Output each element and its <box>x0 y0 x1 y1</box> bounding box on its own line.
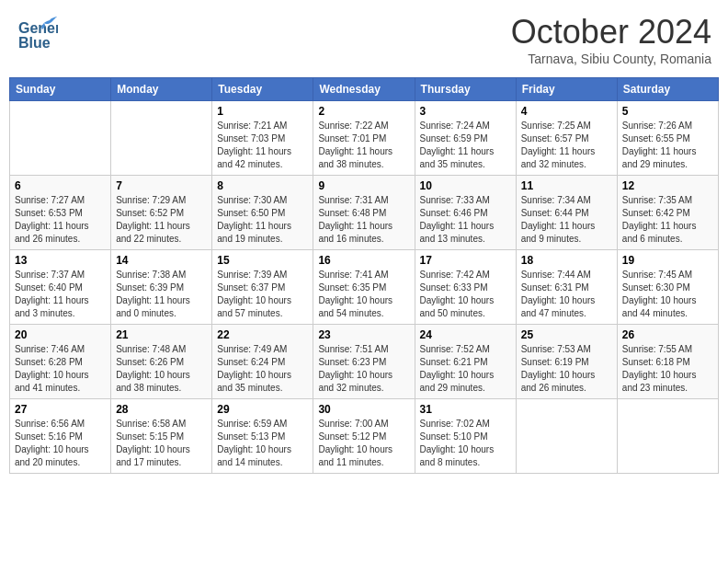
col-header-monday: Monday <box>111 78 212 101</box>
day-number: 27 <box>15 403 106 416</box>
svg-text:General: General <box>18 20 58 36</box>
day-number: 1 <box>217 105 308 118</box>
day-info: Sunrise: 7:52 AM Sunset: 6:21 PM Dayligh… <box>420 343 511 395</box>
calendar-cell: 9Sunrise: 7:31 AM Sunset: 6:48 PM Daylig… <box>313 176 415 250</box>
calendar-cell: 2Sunrise: 7:22 AM Sunset: 7:01 PM Daylig… <box>313 101 415 176</box>
day-number: 13 <box>15 254 106 267</box>
day-info: Sunrise: 7:51 AM Sunset: 6:23 PM Dayligh… <box>318 343 409 395</box>
day-number: 23 <box>318 328 409 341</box>
calendar-cell: 19Sunrise: 7:45 AM Sunset: 6:30 PM Dayli… <box>617 250 718 325</box>
calendar-cell: 25Sunrise: 7:53 AM Sunset: 6:19 PM Dayli… <box>516 325 617 399</box>
day-number: 11 <box>521 179 612 192</box>
logo-icon: General Blue <box>17 13 58 54</box>
calendar-cell: 16Sunrise: 7:41 AM Sunset: 6:35 PM Dayli… <box>313 250 415 325</box>
day-info: Sunrise: 7:45 AM Sunset: 6:30 PM Dayligh… <box>622 269 713 320</box>
day-number: 26 <box>622 328 713 341</box>
day-info: Sunrise: 7:39 AM Sunset: 6:37 PM Dayligh… <box>217 269 308 320</box>
calendar-cell: 17Sunrise: 7:42 AM Sunset: 6:33 PM Dayli… <box>415 250 516 325</box>
day-info: Sunrise: 7:48 AM Sunset: 6:26 PM Dayligh… <box>116 343 207 395</box>
calendar-cell: 22Sunrise: 7:49 AM Sunset: 6:24 PM Dayli… <box>212 325 313 399</box>
calendar-cell: 6Sunrise: 7:27 AM Sunset: 6:53 PM Daylig… <box>10 176 111 250</box>
calendar-cell <box>516 399 617 474</box>
calendar-cell: 4Sunrise: 7:25 AM Sunset: 6:57 PM Daylig… <box>516 101 617 176</box>
day-info: Sunrise: 6:58 AM Sunset: 5:15 PM Dayligh… <box>116 418 207 469</box>
day-number: 19 <box>622 254 713 267</box>
calendar-cell: 12Sunrise: 7:35 AM Sunset: 6:42 PM Dayli… <box>617 176 718 250</box>
calendar-week-3: 13Sunrise: 7:37 AM Sunset: 6:40 PM Dayli… <box>10 250 719 325</box>
calendar-week-2: 6Sunrise: 7:27 AM Sunset: 6:53 PM Daylig… <box>10 176 719 250</box>
calendar-cell: 14Sunrise: 7:38 AM Sunset: 6:39 PM Dayli… <box>111 250 212 325</box>
day-number: 4 <box>521 105 612 118</box>
day-info: Sunrise: 7:27 AM Sunset: 6:53 PM Dayligh… <box>15 194 106 246</box>
day-info: Sunrise: 7:37 AM Sunset: 6:40 PM Dayligh… <box>15 269 106 320</box>
logo: General Blue <box>17 13 58 58</box>
day-number: 30 <box>318 403 409 416</box>
calendar-cell <box>111 101 212 176</box>
col-header-wednesday: Wednesday <box>313 78 415 101</box>
calendar-cell: 18Sunrise: 7:44 AM Sunset: 6:31 PM Dayli… <box>516 250 617 325</box>
calendar-table: SundayMondayTuesdayWednesdayThursdayFrid… <box>9 77 719 474</box>
month-title: October 2024 <box>511 13 711 52</box>
day-number: 6 <box>15 179 106 192</box>
day-info: Sunrise: 7:49 AM Sunset: 6:24 PM Dayligh… <box>217 343 308 395</box>
calendar-header-row: SundayMondayTuesdayWednesdayThursdayFrid… <box>10 78 719 101</box>
day-info: Sunrise: 7:21 AM Sunset: 7:03 PM Dayligh… <box>217 120 308 171</box>
calendar-cell: 30Sunrise: 7:00 AM Sunset: 5:12 PM Dayli… <box>313 399 415 474</box>
day-info: Sunrise: 7:41 AM Sunset: 6:35 PM Dayligh… <box>318 269 409 320</box>
day-number: 8 <box>217 179 308 192</box>
calendar-cell: 21Sunrise: 7:48 AM Sunset: 6:26 PM Dayli… <box>111 325 212 399</box>
calendar-cell: 1Sunrise: 7:21 AM Sunset: 7:03 PM Daylig… <box>212 101 313 176</box>
day-info: Sunrise: 7:44 AM Sunset: 6:31 PM Dayligh… <box>521 269 612 320</box>
day-number: 25 <box>521 328 612 341</box>
day-info: Sunrise: 7:02 AM Sunset: 5:10 PM Dayligh… <box>420 418 511 469</box>
day-number: 3 <box>420 105 511 118</box>
day-info: Sunrise: 7:53 AM Sunset: 6:19 PM Dayligh… <box>521 343 612 395</box>
day-info: Sunrise: 7:24 AM Sunset: 6:59 PM Dayligh… <box>420 120 511 171</box>
col-header-tuesday: Tuesday <box>212 78 313 101</box>
calendar-week-4: 20Sunrise: 7:46 AM Sunset: 6:28 PM Dayli… <box>10 325 719 399</box>
day-info: Sunrise: 7:00 AM Sunset: 5:12 PM Dayligh… <box>318 418 409 469</box>
day-number: 18 <box>521 254 612 267</box>
day-number: 15 <box>217 254 308 267</box>
day-info: Sunrise: 7:33 AM Sunset: 6:46 PM Dayligh… <box>420 194 511 246</box>
day-info: Sunrise: 6:59 AM Sunset: 5:13 PM Dayligh… <box>217 418 308 469</box>
col-header-saturday: Saturday <box>617 78 718 101</box>
calendar-cell: 27Sunrise: 6:56 AM Sunset: 5:16 PM Dayli… <box>10 399 111 474</box>
calendar-cell: 7Sunrise: 7:29 AM Sunset: 6:52 PM Daylig… <box>111 176 212 250</box>
col-header-thursday: Thursday <box>415 78 516 101</box>
svg-text:Blue: Blue <box>18 35 51 51</box>
day-number: 28 <box>116 403 207 416</box>
day-info: Sunrise: 7:31 AM Sunset: 6:48 PM Dayligh… <box>318 194 409 246</box>
calendar-cell: 11Sunrise: 7:34 AM Sunset: 6:44 PM Dayli… <box>516 176 617 250</box>
day-number: 16 <box>318 254 409 267</box>
day-info: Sunrise: 7:46 AM Sunset: 6:28 PM Dayligh… <box>15 343 106 395</box>
calendar-cell: 31Sunrise: 7:02 AM Sunset: 5:10 PM Dayli… <box>415 399 516 474</box>
day-info: Sunrise: 7:22 AM Sunset: 7:01 PM Dayligh… <box>318 120 409 171</box>
col-header-friday: Friday <box>516 78 617 101</box>
day-info: Sunrise: 7:42 AM Sunset: 6:33 PM Dayligh… <box>420 269 511 320</box>
day-number: 29 <box>217 403 308 416</box>
calendar-week-1: 1Sunrise: 7:21 AM Sunset: 7:03 PM Daylig… <box>10 101 719 176</box>
day-number: 9 <box>318 179 409 192</box>
calendar-cell: 8Sunrise: 7:30 AM Sunset: 6:50 PM Daylig… <box>212 176 313 250</box>
day-number: 20 <box>15 328 106 341</box>
calendar-cell: 24Sunrise: 7:52 AM Sunset: 6:21 PM Dayli… <box>415 325 516 399</box>
calendar-week-5: 27Sunrise: 6:56 AM Sunset: 5:16 PM Dayli… <box>10 399 719 474</box>
day-number: 14 <box>116 254 207 267</box>
day-info: Sunrise: 7:29 AM Sunset: 6:52 PM Dayligh… <box>116 194 207 246</box>
calendar-cell: 10Sunrise: 7:33 AM Sunset: 6:46 PM Dayli… <box>415 176 516 250</box>
day-number: 5 <box>622 105 713 118</box>
calendar-cell: 23Sunrise: 7:51 AM Sunset: 6:23 PM Dayli… <box>313 325 415 399</box>
day-info: Sunrise: 7:30 AM Sunset: 6:50 PM Dayligh… <box>217 194 308 246</box>
calendar-cell: 29Sunrise: 6:59 AM Sunset: 5:13 PM Dayli… <box>212 399 313 474</box>
day-number: 21 <box>116 328 207 341</box>
day-info: Sunrise: 6:56 AM Sunset: 5:16 PM Dayligh… <box>15 418 106 469</box>
page-header: General Blue October 2024 Tarnava, Sibiu… <box>9 9 719 70</box>
calendar-cell: 20Sunrise: 7:46 AM Sunset: 6:28 PM Dayli… <box>10 325 111 399</box>
day-info: Sunrise: 7:55 AM Sunset: 6:18 PM Dayligh… <box>622 343 713 395</box>
day-info: Sunrise: 7:38 AM Sunset: 6:39 PM Dayligh… <box>116 269 207 320</box>
calendar-cell <box>617 399 718 474</box>
calendar-cell <box>10 101 111 176</box>
title-block: October 2024 Tarnava, Sibiu County, Roma… <box>511 13 711 66</box>
day-info: Sunrise: 7:26 AM Sunset: 6:55 PM Dayligh… <box>622 120 713 171</box>
